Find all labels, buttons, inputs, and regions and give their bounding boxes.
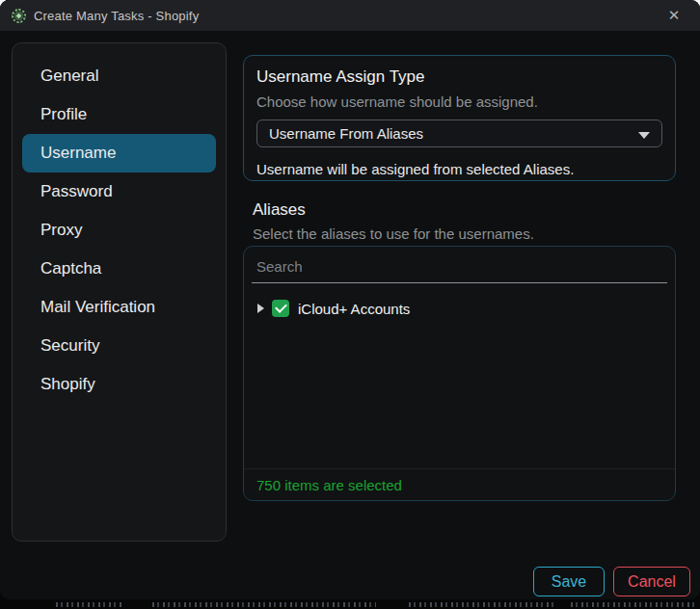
occluded-text-fragment [152,602,376,607]
sidebar-item-general[interactable]: General [22,57,216,95]
screen: Create Many Tasks - Shopify ✕ General Pr… [0,0,700,609]
sidebar-item-proxy[interactable]: Proxy [22,211,216,250]
dialog-window: Create Many Tasks - Shopify ✕ General Pr… [0,0,700,599]
chevron-down-icon [638,132,650,139]
close-icon[interactable]: ✕ [658,0,690,31]
tree-item-label: iCloud+ Accounts [298,301,410,317]
sidebar: General Profile Username Password Proxy … [12,42,227,542]
sidebar-item-profile[interactable]: Profile [22,95,216,134]
sidebar-item-captcha[interactable]: Captcha [22,250,216,288]
cancel-button[interactable]: Cancel [613,567,690,596]
search-input[interactable] [252,252,667,283]
sidebar-item-password[interactable]: Password [22,172,216,211]
app-logo-icon [12,9,26,23]
dropdown-selected-value: Username From Aliases [269,125,423,142]
expander-icon[interactable] [257,304,264,313]
assign-panel-subtitle: Choose how username should be assigned. [256,93,662,110]
aliases-section-title: Aliases [253,200,306,220]
sidebar-item-security[interactable]: Security [22,327,216,365]
occluded-text-fragment [571,602,694,607]
assign-panel-note: Username will be assigned from selected … [256,161,662,177]
tree-row-icloud-accounts[interactable]: iCloud+ Accounts [245,296,674,321]
username-assign-panel: Username Assign Type Choose how username… [243,55,676,181]
sidebar-item-mail-verification[interactable]: Mail Verification [22,288,216,327]
dialog-body: General Profile Username Password Proxy … [0,31,700,599]
title-bar: Create Many Tasks - Shopify ✕ [0,0,700,31]
assign-panel-title: Username Assign Type [256,67,662,87]
sidebar-item-username[interactable]: Username [22,134,216,172]
window-title: Create Many Tasks - Shopify [34,9,199,23]
aliases-tree: iCloud+ Accounts [245,286,674,467]
sidebar-item-shopify[interactable]: Shopify [22,365,216,404]
aliases-section-subtitle: Select the aliases to use for the userna… [253,225,534,242]
occluded-text-fragment [409,602,553,607]
aliases-panel: iCloud+ Accounts 750 items are selected [243,246,676,501]
username-assign-dropdown[interactable]: Username From Aliases [256,119,662,147]
checkbox-checked-icon[interactable] [272,300,289,317]
occluded-text-fragment [56,602,123,607]
save-button[interactable]: Save [533,567,605,596]
selection-count-status: 750 items are selected [244,468,675,500]
